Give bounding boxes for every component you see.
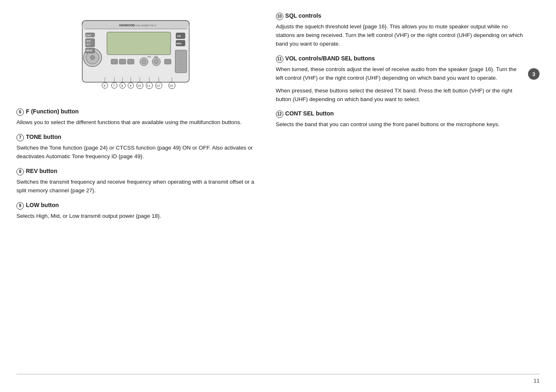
svg-text:8: 8 [121, 84, 123, 88]
heading-10: 10 SQL controls [276, 12, 525, 20]
svg-text:11: 11 [147, 84, 151, 88]
svg-rect-8 [107, 32, 171, 55]
svg-text:7: 7 [113, 84, 115, 88]
radio-device-svg: KENWOOD FM DUAL BANDER TM-V7 CALL VFO MF… [70, 16, 202, 95]
svg-text:6: 6 [104, 84, 106, 88]
body-10: Adjusts the squelch threshold level {pag… [276, 23, 525, 48]
body-8: Switches the transmit frequency and rece… [16, 178, 255, 195]
device-illustration: KENWOOD FM DUAL BANDER TM-V7 CALL VFO MF… [70, 16, 202, 96]
left-column: KENWOOD FM DUAL BANDER TM-V7 CALL VFO MF… [16, 12, 268, 380]
svg-text:10: 10 [169, 84, 173, 88]
svg-text:MNU: MNU [176, 42, 182, 45]
section-8: 8 REV button Switches the transmit frequ… [16, 168, 255, 202]
svg-text:MR M: MR M [86, 49, 92, 52]
svg-rect-39 [164, 59, 171, 64]
svg-point-38 [154, 60, 158, 64]
svg-text:VFO: VFO [86, 40, 90, 42]
circle-10: 10 [276, 13, 283, 20]
svg-text:PM: PM [177, 35, 181, 37]
page-container: KENWOOD FM DUAL BANDER TM-V7 CALL VFO MF… [0, 0, 556, 392]
label-6: F (Function) button [26, 108, 79, 115]
body-12: Selects the band that you can control us… [276, 120, 525, 129]
svg-text:10: 10 [137, 84, 141, 88]
body-9: Selects High, Mid, or Low transmit outpu… [16, 212, 255, 221]
heading-7: 7 TONE button [16, 134, 255, 141]
svg-rect-20 [175, 50, 187, 73]
page-number: 11 [534, 378, 540, 384]
circle-12: 12 [276, 111, 283, 118]
heading-9: 9 LOW button [16, 202, 255, 210]
svg-text:9: 9 [130, 84, 132, 88]
circle-6: 6 [16, 108, 24, 116]
body-6: Allows you to select the different funct… [16, 118, 255, 127]
bottom-bar: 11 [16, 374, 540, 384]
circle-9: 9 [16, 202, 24, 210]
body-11b: When pressed, these buttons select the d… [276, 87, 525, 104]
circle-11: 11 [276, 55, 283, 63]
section-10: 10 SQL controls Adjusts the squelch thre… [276, 12, 525, 48]
circle-7: 7 [16, 134, 24, 141]
svg-point-36 [142, 60, 146, 64]
label-7: TONE button [26, 134, 61, 140]
svg-rect-33 [119, 59, 126, 64]
page-badge: 3 [528, 68, 540, 80]
body-7: Switches the Tone function {page 24} or … [16, 144, 255, 161]
svg-text:CALL: CALL [86, 34, 91, 37]
svg-text:12: 12 [156, 84, 160, 88]
svg-point-7 [90, 55, 95, 60]
heading-8: 8 REV button [16, 168, 255, 175]
label-11: VOL controls/BAND SEL buttons [285, 55, 375, 62]
svg-rect-34 [127, 59, 134, 64]
circle-8: 8 [16, 168, 24, 175]
svg-rect-32 [111, 59, 118, 64]
section-6: 6 F (Function) button Allows you to sele… [16, 108, 255, 134]
heading-11: 11 VOL controls/BAND SEL buttons [276, 55, 525, 63]
section-11: 11 VOL controls/BAND SEL buttons When tu… [276, 55, 525, 104]
svg-text:FM DUAL BANDER  TM-V7: FM DUAL BANDER TM-V7 [132, 24, 157, 27]
label-12: CONT SEL button [285, 110, 334, 117]
heading-12: 12 CONT SEL button [276, 110, 525, 118]
label-9: LOW button [26, 202, 59, 208]
section-7: 7 TONE button Switches the Tone function… [16, 134, 255, 168]
heading-6: 6 F (Function) button [16, 108, 255, 116]
right-column: 3 10 SQL controls Adjusts the squelch th… [268, 12, 540, 380]
section-9: 9 LOW button Selects High, Mid, or Low t… [16, 202, 255, 227]
svg-text:MFY: MFY [86, 43, 91, 46]
right-column-inner: 3 10 SQL controls Adjusts the squelch th… [276, 12, 540, 136]
label-8: REV button [26, 168, 57, 174]
section-12: 12 CONT SEL button Selects the band that… [276, 110, 525, 129]
label-10: SQL controls [285, 12, 322, 19]
body-11a: When turned, these controls adjust the l… [276, 65, 525, 83]
